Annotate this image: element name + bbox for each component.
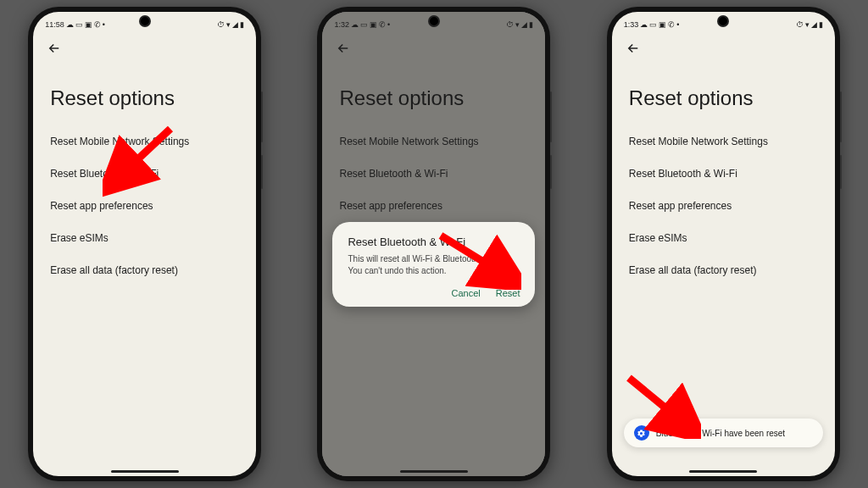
battery-icon: ▮ bbox=[240, 20, 244, 29]
screen: 11:58 ☁ ▭ ▣ ✆ • ⏱ ▾ ◢ ▮ Reset options Re… bbox=[33, 12, 256, 476]
nav-bar[interactable] bbox=[689, 470, 757, 473]
confirm-dialog: Reset Bluetooth & Wi-Fi This will reset … bbox=[332, 222, 535, 307]
opt-reset-app-prefs[interactable]: Reset app preferences bbox=[339, 190, 528, 222]
opt-reset-mobile[interactable]: Reset Mobile Network Settings bbox=[50, 125, 239, 158]
wifi-icon: ▾ bbox=[226, 20, 231, 29]
reset-button[interactable]: Reset bbox=[496, 288, 520, 298]
status-time: 1:32 bbox=[334, 20, 349, 29]
dot-icon: • bbox=[103, 20, 105, 29]
video-icon: ▣ bbox=[659, 20, 666, 29]
camera-hole bbox=[139, 15, 151, 27]
dot-icon: • bbox=[387, 20, 390, 29]
opt-reset-mobile[interactable]: Reset Mobile Network Settings bbox=[629, 125, 818, 158]
opt-factory-reset[interactable]: Erase all data (factory reset) bbox=[50, 254, 239, 286]
opt-erase-esims[interactable]: Erase eSIMs bbox=[50, 222, 239, 254]
battery-icon: ▮ bbox=[529, 20, 533, 29]
video-icon: ▣ bbox=[370, 20, 377, 29]
phone-frame: 11:58 ☁ ▭ ▣ ✆ • ⏱ ▾ ◢ ▮ Reset options Re… bbox=[28, 7, 261, 481]
camera-hole bbox=[717, 15, 729, 27]
signal-icon: ◢ bbox=[232, 20, 238, 29]
opt-erase-esims[interactable]: Erase eSIMs bbox=[629, 222, 818, 254]
video-icon: ▣ bbox=[85, 20, 92, 29]
status-time: 1:33 bbox=[624, 20, 639, 29]
nav-bar[interactable] bbox=[400, 470, 468, 473]
back-icon[interactable] bbox=[47, 41, 62, 56]
alarm-icon: ⏱ bbox=[506, 20, 514, 29]
msg-icon: ▭ bbox=[360, 20, 368, 29]
phone-frame: 1:33 ☁ ▭ ▣ ✆ • ⏱ ▾ ◢ ▮ Reset options Res… bbox=[607, 7, 840, 481]
phone-icon: ✆ bbox=[379, 20, 386, 29]
status-time: 11:58 bbox=[45, 20, 64, 29]
opt-reset-app-prefs[interactable]: Reset app preferences bbox=[629, 190, 818, 222]
alarm-icon: ⏱ bbox=[217, 20, 225, 29]
opt-reset-mobile[interactable]: Reset Mobile Network Settings bbox=[339, 125, 528, 158]
phone-icon: ✆ bbox=[668, 20, 675, 29]
cloud-icon: ☁ bbox=[66, 20, 74, 29]
back-icon[interactable] bbox=[626, 41, 641, 56]
screen: 1:33 ☁ ▭ ▣ ✆ • ⏱ ▾ ◢ ▮ Reset options Res… bbox=[612, 12, 835, 476]
msg-icon: ▭ bbox=[649, 20, 657, 29]
cloud-icon: ☁ bbox=[640, 20, 648, 29]
back-icon[interactable] bbox=[336, 41, 351, 56]
msg-icon: ▭ bbox=[75, 20, 83, 29]
phone-icon: ✆ bbox=[94, 20, 101, 29]
cloud-icon: ☁ bbox=[351, 20, 359, 29]
toast-text: Bluetooth & Wi-Fi have been reset bbox=[656, 429, 785, 438]
page-title: Reset options bbox=[612, 63, 835, 125]
alarm-icon: ⏱ bbox=[796, 20, 804, 29]
wifi-icon: ▾ bbox=[805, 20, 810, 29]
opt-reset-app-prefs[interactable]: Reset app preferences bbox=[50, 190, 239, 222]
nav-bar[interactable] bbox=[111, 470, 179, 473]
settings-icon bbox=[634, 425, 649, 441]
opt-factory-reset[interactable]: Erase all data (factory reset) bbox=[629, 254, 818, 286]
opt-reset-bluetooth-wifi[interactable]: Reset Bluetooth & Wi-Fi bbox=[339, 158, 528, 190]
wifi-icon: ▾ bbox=[515, 20, 520, 29]
screen: 1:32 ☁ ▭ ▣ ✆ • ⏱ ▾ ◢ ▮ Reset options Res… bbox=[322, 12, 545, 476]
cancel-button[interactable]: Cancel bbox=[451, 288, 480, 298]
page-title: Reset options bbox=[33, 63, 256, 125]
page-title: Reset options bbox=[322, 63, 545, 125]
signal-icon: ◢ bbox=[521, 20, 527, 29]
signal-icon: ◢ bbox=[811, 20, 817, 29]
opt-reset-bluetooth-wifi[interactable]: Reset Bluetooth & Wi-Fi bbox=[50, 158, 239, 190]
dialog-title: Reset Bluetooth & Wi-Fi bbox=[348, 236, 520, 248]
dialog-message: This will reset all Wi-Fi & Bluetooth se… bbox=[348, 253, 520, 276]
phone-frame: 1:32 ☁ ▭ ▣ ✆ • ⏱ ▾ ◢ ▮ Reset options Res… bbox=[317, 7, 550, 481]
dot-icon: • bbox=[676, 20, 679, 29]
battery-icon: ▮ bbox=[819, 20, 823, 29]
opt-reset-bluetooth-wifi[interactable]: Reset Bluetooth & Wi-Fi bbox=[629, 158, 818, 190]
camera-hole bbox=[428, 15, 440, 27]
toast: Bluetooth & Wi-Fi have been reset bbox=[624, 419, 823, 447]
